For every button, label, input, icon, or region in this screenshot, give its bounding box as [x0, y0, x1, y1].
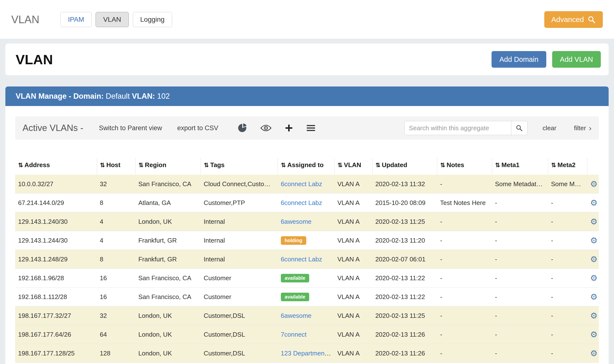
switch-to-parent-view-link[interactable]: Switch to Parent view [99, 124, 162, 132]
add-domain-button[interactable]: Add Domain [492, 51, 546, 68]
assigned-to-link[interactable]: 6awesome [281, 312, 312, 319]
cell-address: 129.143.1.244/30 [15, 231, 97, 250]
cell-region: San Francisco, CA [135, 269, 201, 287]
tab-ipam[interactable]: IPAM [60, 12, 92, 27]
row-actions-gear-icon[interactable]: ⚙ [590, 198, 597, 208]
table-row: 129.143.1.240/304London, UKInternal6awes… [15, 212, 599, 231]
column-header-host[interactable]: ⇅Host [97, 158, 135, 175]
row-actions-gear-icon[interactable]: ⚙ [590, 273, 597, 283]
eye-visibility-icon[interactable] [260, 124, 272, 132]
cell-host: 32 [97, 175, 135, 194]
cell-notes: - [437, 306, 492, 325]
pie-chart-icon[interactable] [237, 123, 247, 133]
sort-icon[interactable]: ⇅ [551, 162, 556, 168]
assigned-to-link[interactable]: 7connect [281, 331, 307, 338]
assigned-to-link[interactable]: 123 Department… [281, 350, 333, 357]
search-submit-button[interactable] [511, 121, 527, 135]
row-actions-gear-icon[interactable]: ⚙ [590, 349, 597, 358]
clear-link[interactable]: clear [543, 124, 556, 132]
cell-updated: 2020-02-13 11:32 [372, 175, 437, 194]
cell-tags: Internal [201, 250, 278, 269]
cell-notes: - [437, 175, 492, 194]
column-label: Meta1 [502, 161, 520, 169]
cell-address: 198.167.177.128/25 [15, 344, 97, 363]
cell-meta1: - [492, 269, 548, 287]
list-view-icon[interactable] [306, 124, 316, 132]
column-header-updated[interactable]: ⇅Updated [372, 158, 437, 175]
column-header-meta2[interactable]: ⇅Meta2 [548, 158, 587, 175]
cell-region: San Francisco, CA [135, 287, 201, 306]
row-actions-gear-icon[interactable]: ⚙ [590, 292, 597, 301]
sort-icon[interactable]: ⇅ [440, 162, 445, 168]
sort-icon[interactable]: ⇅ [18, 162, 23, 168]
sort-icon[interactable]: ⇅ [495, 162, 500, 168]
column-header-address[interactable]: ⇅Address [15, 158, 97, 175]
sort-icon[interactable]: ⇅ [375, 162, 380, 168]
assigned-to-link[interactable]: 6awesome [281, 218, 312, 225]
cell-updated: 2020-02-13 11:22 [372, 269, 437, 287]
cell-vlan: VLAN A [334, 287, 372, 306]
advanced-search-button[interactable]: Advanced [544, 11, 603, 28]
row-actions-gear-icon[interactable]: ⚙ [590, 236, 597, 245]
cell-meta1: - [492, 194, 548, 212]
cell-vlan: VLAN A [334, 231, 372, 250]
column-header-notes[interactable]: ⇅Notes [437, 158, 492, 175]
cell-actions: ⚙ [587, 306, 599, 325]
cell-notes: - [437, 344, 492, 363]
search-icon [587, 15, 596, 24]
cell-tags: Customer,DSL [201, 325, 278, 344]
sort-icon[interactable]: ⇅ [204, 162, 209, 168]
column-header-assigned[interactable]: ⇅Assigned to [278, 158, 335, 175]
sort-icon[interactable]: ⇅ [100, 162, 105, 168]
column-label: Tags [210, 161, 225, 169]
tab-vlan[interactable]: VLAN [95, 12, 129, 27]
row-actions-gear-icon[interactable]: ⚙ [590, 217, 597, 226]
assigned-to-link[interactable]: 6connect Labz [281, 256, 322, 263]
cell-address: 192.168.1.96/28 [15, 269, 97, 287]
row-actions-gear-icon[interactable]: ⚙ [590, 330, 597, 339]
active-vlans-title: Active VLANs - [23, 123, 83, 133]
cell-meta2: - [548, 325, 587, 344]
panel-header-manage-label: VLAN Manage - Domain: [16, 92, 104, 100]
add-vlan-button[interactable]: Add VLAN [552, 51, 601, 68]
row-actions-gear-icon[interactable]: ⚙ [590, 255, 597, 264]
sort-icon[interactable]: ⇅ [138, 162, 143, 168]
column-header-meta1[interactable]: ⇅Meta1 [492, 158, 548, 175]
cell-host: 128 [97, 344, 135, 363]
add-plus-icon[interactable] [285, 124, 293, 132]
table-row: 192.168.1.96/2816San Francisco, CACustom… [15, 269, 599, 287]
cell-notes: - [437, 325, 492, 344]
cell-region: San Francisco, CA [135, 175, 201, 194]
cell-tags: Customer,DSL [201, 306, 278, 325]
search-input[interactable] [404, 121, 511, 135]
column-header-tags[interactable]: ⇅Tags [201, 158, 278, 175]
cell-tags: Customer [201, 269, 278, 287]
cell-tags: Internal [201, 231, 278, 250]
cell-tags: Customer,DSL [201, 344, 278, 363]
cell-meta2: - [548, 306, 587, 325]
row-actions-gear-icon[interactable]: ⚙ [590, 311, 597, 320]
tab-logging[interactable]: Logging [133, 12, 172, 27]
cell-address: 192.168.1.112/28 [15, 287, 97, 306]
cell-actions: ⚙ [587, 344, 599, 363]
sort-icon[interactable]: ⇅ [281, 162, 286, 168]
filter-link[interactable]: filter › [574, 124, 591, 132]
page-header: VLAN Add Domain Add VLAN [5, 43, 609, 75]
table-row: 129.143.1.244/304Frankfurt, GRInternalho… [15, 231, 599, 250]
table-row: 67.214.144.0/298Atlanta, GACustomer,PTP6… [15, 194, 599, 212]
search-icon [516, 124, 523, 132]
column-label: Address [25, 161, 50, 169]
cell-assigned-to: 6awesome [278, 306, 335, 325]
row-actions-gear-icon[interactable]: ⚙ [590, 179, 597, 189]
assigned-to-link[interactable]: 6connect Labz [281, 199, 322, 207]
cell-host: 4 [97, 212, 135, 231]
cell-notes: - [437, 231, 492, 250]
column-header-vlan[interactable]: ⇅VLAN [334, 158, 372, 175]
column-label: Host [106, 161, 120, 169]
cell-tags: Internal [201, 212, 278, 231]
sort-icon[interactable]: ⇅ [338, 162, 342, 168]
export-to-csv-link[interactable]: export to CSV [177, 124, 218, 132]
cell-vlan: VLAN A [334, 325, 372, 344]
assigned-to-link[interactable]: 6connect Labz [281, 180, 322, 188]
column-header-region[interactable]: ⇅Region [135, 158, 201, 175]
